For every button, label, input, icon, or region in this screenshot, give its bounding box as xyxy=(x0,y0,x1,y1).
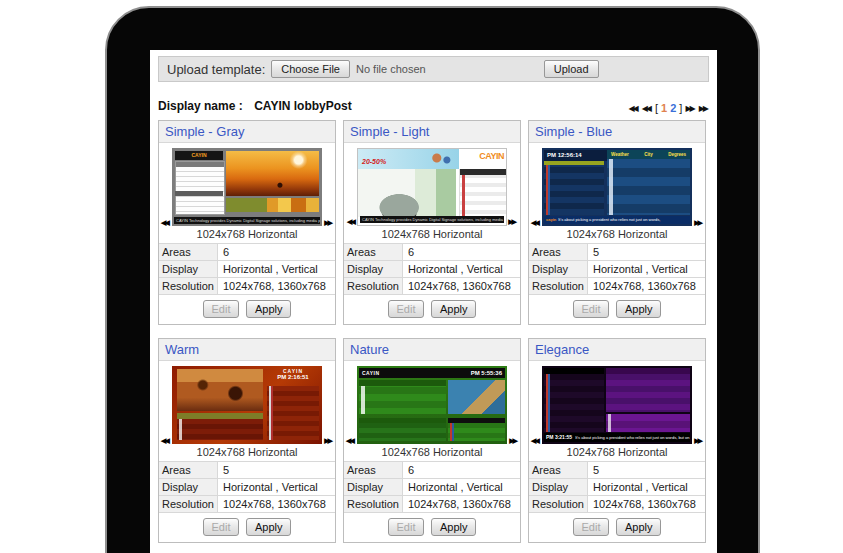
preview-caption: 1024x768 Horizontal xyxy=(159,226,335,243)
preview-weather-header: Weather City Degrees xyxy=(607,150,690,159)
ticker-next-icon: ▶▶ xyxy=(509,437,516,445)
edit-button[interactable]: Edit xyxy=(203,300,240,318)
resolution-value: 1024x768, 1360x768 xyxy=(402,496,520,513)
preview-caption: 1024x768 Horizontal xyxy=(344,444,520,461)
preview-image-simple-blue: PM 12:56:14 Weather City Degrees cayinIt… xyxy=(542,148,692,226)
edit-button[interactable]: Edit xyxy=(388,518,425,536)
preview-finance-table xyxy=(606,368,690,412)
preview-clock: PM 12:56:14 xyxy=(544,150,607,161)
display-value: Horizontal , Vertical xyxy=(587,479,705,496)
preview-clock: PM 5:55:36 xyxy=(471,370,502,376)
areas-label: Areas xyxy=(344,462,402,479)
template-card-simple-gray: Simple - Gray CAYIN CAYIN Technology pro… xyxy=(158,120,336,325)
preview-coast-photo xyxy=(448,380,505,414)
template-card-nature: Nature CAYIN PM 5:55:36 ◀◀ ▶▶ xyxy=(343,338,521,543)
pagination-last-icon[interactable]: ▶▶ xyxy=(699,104,709,113)
template-info-table: Areas 6 Display Horizontal , Vertical Re… xyxy=(159,243,335,295)
preview-cayin-logo: CAYIN xyxy=(362,370,380,376)
edit-button[interactable]: Edit xyxy=(203,518,240,536)
resolution-label: Resolution xyxy=(529,496,587,513)
card-actions: Edit Apply xyxy=(529,513,705,542)
ticker-next-icon: ▶▶ xyxy=(694,219,701,227)
areas-value: 5 xyxy=(217,462,335,479)
preview-weather-table: Weather City Degrees xyxy=(607,150,690,215)
upload-button[interactable]: Upload xyxy=(544,60,599,78)
preview-banner xyxy=(226,198,319,212)
edit-button[interactable]: Edit xyxy=(388,300,425,318)
display-value: Horizontal , Vertical xyxy=(217,261,335,278)
ticker-prev-icon: ◀◀ xyxy=(531,219,538,227)
display-value: Horizontal , Vertical xyxy=(217,479,335,496)
resolution-value: 1024x768, 1360x768 xyxy=(217,496,335,513)
apply-button[interactable]: Apply xyxy=(246,518,292,536)
edit-button[interactable]: Edit xyxy=(573,300,610,318)
preview-clock: PM 2:16:51 xyxy=(267,374,319,380)
apply-button[interactable]: Apply xyxy=(246,300,292,318)
card-actions: Edit Apply xyxy=(529,295,705,324)
areas-value: 5 xyxy=(587,244,705,261)
template-card-simple-blue: Simple - Blue PM 12:56:14 Weather City D… xyxy=(528,120,706,325)
display-value: Horizontal , Vertical xyxy=(402,261,520,278)
preview-cayin-logo: CAYIN xyxy=(463,151,504,167)
template-title: Elegance xyxy=(529,339,705,361)
display-name-row: Display name : CAYIN lobbyPost ◀◀ ◀◀ [ 1… xyxy=(150,82,717,120)
preview-currency-table xyxy=(267,386,319,440)
preview-ticker-text: It's about picking a president who relie… xyxy=(558,217,660,222)
preview-caption: 1024x768 Horizontal xyxy=(529,444,705,461)
edit-button[interactable]: Edit xyxy=(573,518,610,536)
ticker-next-icon: ▶▶ xyxy=(324,437,331,445)
ticker-next-icon: ▶▶ xyxy=(694,437,701,445)
template-info-table: Areas 6 Display Horizontal , Vertical Re… xyxy=(344,461,520,513)
template-preview: CAYIN PM 5:55:36 ◀◀ ▶▶ 1024x768 Horizont… xyxy=(344,361,520,461)
template-card-warm: Warm CAYIN PM 2:16:51 ◀◀ xyxy=(158,338,336,543)
preview-cayin-logo: cayin xyxy=(546,217,556,222)
resolution-label: Resolution xyxy=(344,496,402,513)
preview-sale-text: 20-50% xyxy=(362,158,386,165)
apply-button[interactable]: Apply xyxy=(431,300,477,318)
apply-button[interactable]: Apply xyxy=(616,518,662,536)
pagination-next-icon[interactable]: ▶▶ xyxy=(685,104,695,113)
preview-data-sidebar xyxy=(459,169,506,217)
resolution-value: 1024x768, 1360x768 xyxy=(217,278,335,295)
apply-button[interactable]: Apply xyxy=(431,518,477,536)
display-label: Display xyxy=(529,479,587,496)
preview-image-simple-light: 20-50% CAYIN CAYIN Technology provides D… xyxy=(357,148,507,226)
display-label: Display xyxy=(344,261,402,278)
pagination-page-2[interactable]: 2 xyxy=(670,102,676,114)
pagination-prev-icon[interactable]: ◀◀ xyxy=(642,104,652,113)
pagination-page-1[interactable]: 1 xyxy=(661,102,667,114)
display-name-value: CAYIN lobbyPost xyxy=(254,99,352,113)
weather-col: Weather xyxy=(611,152,629,157)
display-value: Horizontal , Vertical xyxy=(402,479,520,496)
pagination-bracket-close: ] xyxy=(679,102,682,114)
display-label: Display xyxy=(159,261,217,278)
preview-weather-table xyxy=(359,380,446,414)
preview-ticker: cayinIt's about picking a president who … xyxy=(544,216,690,224)
areas-label: Areas xyxy=(529,244,587,261)
display-label: Display xyxy=(529,261,587,278)
areas-label: Areas xyxy=(159,462,217,479)
pagination-first-icon[interactable]: ◀◀ xyxy=(628,104,638,113)
choose-file-button[interactable]: Choose File xyxy=(271,60,350,78)
display-label: Display xyxy=(159,479,217,496)
display-value: Horizontal , Vertical xyxy=(587,261,705,278)
ticker-prev-icon: ◀◀ xyxy=(531,437,538,445)
preview-ticker-text: It's about picking a president who relie… xyxy=(575,435,689,440)
areas-value: 6 xyxy=(217,244,335,261)
display-label: Display xyxy=(344,479,402,496)
pagination: ◀◀ ◀◀ [ 1 2 ] ▶▶ ▶▶ xyxy=(628,102,709,114)
preview-data-table xyxy=(175,161,225,215)
preview-currency-table xyxy=(544,161,604,215)
template-title: Simple - Gray xyxy=(159,121,335,143)
template-preview: PM 12:56:14 Weather City Degrees cayinIt… xyxy=(529,143,705,243)
preview-weather-rows xyxy=(607,159,690,215)
preview-clock: PM 3:21:55 xyxy=(546,434,572,440)
upload-template-label: Upload template: xyxy=(167,62,265,77)
apply-button[interactable]: Apply xyxy=(616,300,662,318)
preview-currency-table xyxy=(544,368,604,432)
preview-ticker: CAYIN Technology provides Dynamic Digita… xyxy=(360,216,504,223)
areas-label: Areas xyxy=(529,462,587,479)
preview-ticker: PM 3:21:55It's about picking a president… xyxy=(544,433,690,442)
preview-top-bar: CAYIN PM 5:55:36 xyxy=(359,368,505,378)
display-name-label: Display name : xyxy=(158,99,243,113)
